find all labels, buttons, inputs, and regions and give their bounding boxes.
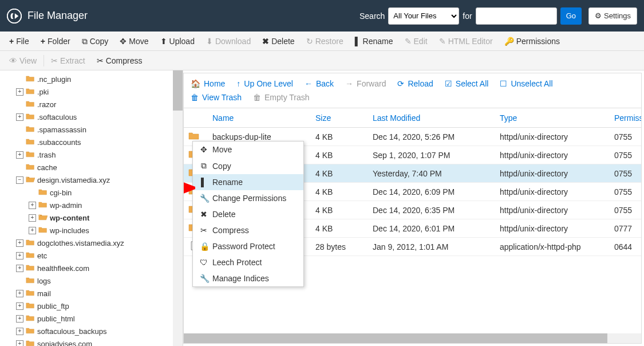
horizontal-scrollbar[interactable]: [184, 333, 641, 343]
expander-icon[interactable]: +: [16, 290, 23, 297]
expander-icon[interactable]: +: [16, 252, 23, 260]
tree-node[interactable]: cgi-bin: [0, 186, 183, 199]
rename-button[interactable]: ▌Rename: [349, 32, 399, 51]
back-button[interactable]: ←Back: [305, 79, 334, 88]
folder-button[interactable]: +Folder: [35, 32, 76, 51]
expander-icon[interactable]: +: [16, 328, 23, 335]
gear-icon: ⚙: [595, 11, 602, 20]
column-permissions[interactable]: Permissions: [610, 113, 641, 123]
expander-icon[interactable]: +: [29, 227, 36, 234]
edit-button[interactable]: ✎Edit: [399, 32, 433, 51]
tree-node[interactable]: +.softaculous: [0, 111, 183, 123]
menu-item-icon: ✖: [200, 210, 208, 219]
column-name[interactable]: Name: [208, 113, 311, 123]
restore-button[interactable]: ↻Restore: [301, 32, 349, 51]
tree-node[interactable]: +wp-admin: [0, 199, 183, 211]
context-menu-item[interactable]: ✥Move: [193, 141, 303, 158]
tree-node[interactable]: +healthfleek.com: [0, 262, 183, 274]
tree-node[interactable]: cache: [0, 161, 183, 174]
search-input[interactable]: [476, 7, 557, 25]
settings-button[interactable]: ⚙ Settings: [588, 7, 637, 25]
context-menu-item[interactable]: 🛡Leech Protect: [193, 254, 303, 270]
menu-item-label: Move: [212, 145, 232, 154]
folder-tree-sidebar[interactable]: .nc_plugin+.pki.razor+.softaculous.spama…: [0, 70, 183, 346]
tree-node[interactable]: +soniadvises.com: [0, 337, 183, 346]
tree-node[interactable]: +mail: [0, 287, 183, 300]
menu-item-icon: 🛡: [200, 258, 208, 267]
trash-icon: 🗑: [253, 93, 261, 102]
copy-button[interactable]: ⧉Copy: [76, 32, 114, 51]
extract-button[interactable]: ✂Extract: [45, 51, 91, 70]
folder-icon: [26, 327, 37, 336]
go-button[interactable]: Go: [560, 7, 582, 25]
compress-button[interactable]: ✂Compress: [91, 51, 148, 70]
html-editor-button[interactable]: ✎HTML Editor: [433, 32, 499, 51]
context-menu[interactable]: ✥Move⧉Copy▌Rename🔧Change Permissions✖Del…: [192, 141, 304, 287]
tree-node[interactable]: +dogclothes.vistamedia.xyz: [0, 237, 183, 249]
context-menu-item[interactable]: ▌Rename: [193, 174, 303, 190]
expander-icon[interactable]: +: [16, 265, 23, 272]
tree-node[interactable]: logs: [0, 274, 183, 287]
tree-node[interactable]: .subaccounts: [0, 136, 183, 148]
tree-node[interactable]: +wp-includes: [0, 224, 183, 237]
tree-node[interactable]: +.pki: [0, 85, 183, 98]
permissions-button[interactable]: 🔑Permissions: [499, 32, 566, 51]
search-scope-select[interactable]: All Your Files: [388, 7, 459, 25]
context-menu-item[interactable]: ✖Delete: [193, 206, 303, 222]
empty-trash-button[interactable]: 🗑Empty Trash: [253, 93, 310, 102]
expander-icon[interactable]: +: [16, 315, 23, 323]
check-icon: ☑: [445, 79, 452, 88]
tree-node-label: wp-content: [50, 214, 89, 222]
file-button[interactable]: +File: [3, 32, 35, 51]
column-size[interactable]: Size: [311, 113, 368, 123]
cell-perm: 0755: [610, 169, 641, 178]
unselect-all-button[interactable]: ☐Unselect All: [500, 79, 552, 88]
upload-button[interactable]: ⬆Upload: [155, 32, 200, 51]
context-menu-item[interactable]: 🔧Manage Indices: [193, 270, 303, 286]
expander-icon[interactable]: +: [16, 340, 23, 347]
tree-node[interactable]: +etc: [0, 249, 183, 262]
tree-node[interactable]: .nc_plugin: [0, 73, 183, 85]
expander-icon[interactable]: +: [29, 202, 36, 209]
context-menu-item[interactable]: 🔧Change Permissions: [193, 190, 303, 206]
select-all-button[interactable]: ☑Select All: [445, 79, 489, 88]
forward-button[interactable]: →Forward: [345, 79, 386, 88]
tree-node[interactable]: .razor: [0, 98, 183, 111]
tree-node[interactable]: +wp-content: [0, 211, 183, 224]
view-trash-button[interactable]: 🗑View Trash: [191, 93, 242, 102]
tree-node[interactable]: +public_ftp: [0, 300, 183, 312]
expander-icon[interactable]: +: [16, 151, 23, 159]
context-menu-item[interactable]: ✂Compress: [193, 222, 303, 238]
key-icon: 🔑: [504, 37, 514, 46]
folder-icon: [26, 251, 37, 261]
view-button[interactable]: 👁View: [3, 51, 42, 70]
tree-node[interactable]: −design.vistamedia.xyz: [0, 174, 183, 186]
expander-icon[interactable]: +: [16, 239, 23, 247]
up-one-level-button[interactable]: ↑Up One Level: [236, 79, 293, 88]
home-button[interactable]: 🏠Home: [191, 79, 225, 88]
context-menu-item[interactable]: ⧉Copy: [193, 158, 303, 174]
tree-node[interactable]: .spamassassin: [0, 123, 183, 136]
menu-item-icon: ⧉: [200, 161, 208, 171]
folder-icon: [26, 74, 37, 84]
delete-button[interactable]: ✖Delete: [256, 32, 300, 51]
context-menu-item[interactable]: 🔒Password Protect: [193, 238, 303, 254]
reload-button[interactable]: ⟳Reload: [397, 79, 433, 88]
expander-icon[interactable]: −: [16, 176, 23, 184]
column-modified[interactable]: Last Modified: [368, 113, 495, 123]
expander-icon[interactable]: +: [16, 88, 23, 96]
tree-node[interactable]: +softaculous_backups: [0, 325, 183, 337]
sidebar-scrollbar[interactable]: [173, 70, 183, 346]
expander-icon[interactable]: +: [16, 113, 23, 121]
column-type[interactable]: Type: [495, 113, 610, 123]
download-button[interactable]: ⬇Download: [200, 32, 256, 51]
cell-type: httpd/unix-directory: [495, 187, 610, 196]
move-button[interactable]: ✥Move: [114, 32, 154, 51]
trash-icon: 🗑: [191, 93, 199, 102]
menu-item-label: Rename: [212, 178, 243, 187]
tree-node-label: .nc_plugin: [37, 75, 71, 84]
expander-icon[interactable]: +: [29, 214, 36, 222]
tree-node[interactable]: +public_html: [0, 312, 183, 325]
tree-node[interactable]: +.trash: [0, 148, 183, 161]
expander-icon[interactable]: +: [16, 302, 23, 310]
